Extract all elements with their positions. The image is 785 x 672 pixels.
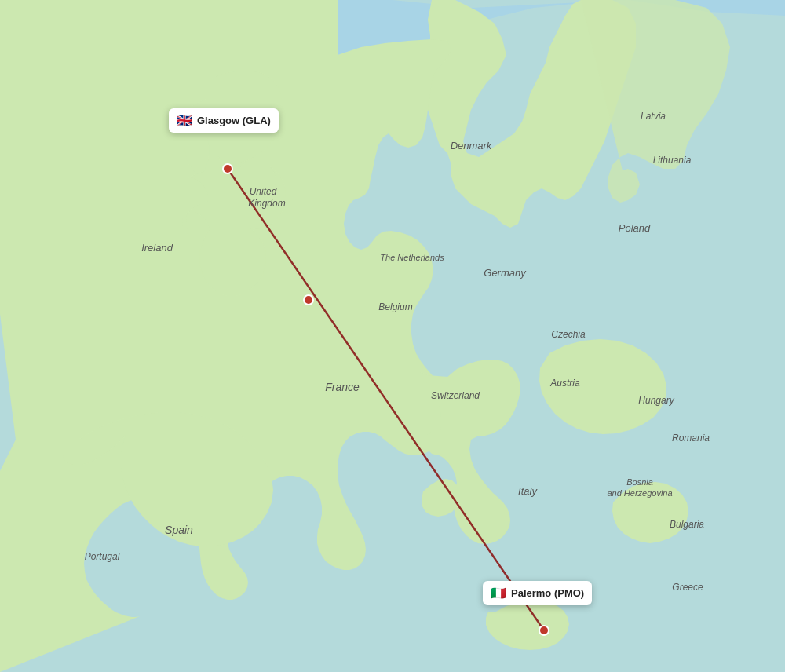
country-label-uk2: Kingdom <box>248 198 285 209</box>
country-label-bosnia1: Bosnia <box>626 477 653 487</box>
country-label-bosnia2: and Herzegovina <box>607 488 672 498</box>
country-label-bulgaria: Bulgaria <box>670 519 704 530</box>
map-svg: Ireland United Kingdom Denmark Latvia Li… <box>0 0 785 672</box>
glasgow-airport-dot <box>223 164 232 173</box>
country-label-ireland: Ireland <box>141 242 173 254</box>
country-label-uk1: United <box>250 186 277 197</box>
country-label-italy: Italy <box>518 485 538 497</box>
country-label-switzerland: Switzerland <box>431 390 480 401</box>
country-label-austria: Austria <box>550 378 580 389</box>
country-label-hungary: Hungary <box>638 395 674 406</box>
country-label-spain: Spain <box>165 524 193 536</box>
country-label-czechia: Czechia <box>551 329 586 340</box>
country-label-greece: Greece <box>672 582 703 593</box>
country-label-denmark: Denmark <box>451 140 493 152</box>
country-label-romania: Romania <box>672 433 710 444</box>
route-midpoint-dot <box>304 295 313 305</box>
country-label-poland: Poland <box>619 222 651 234</box>
country-label-france: France <box>325 381 360 393</box>
map-container: Ireland United Kingdom Denmark Latvia Li… <box>0 0 785 672</box>
country-label-belgium: Belgium <box>378 301 412 312</box>
country-label-netherlands: The Netherlands <box>380 253 444 262</box>
country-label-germany: Germany <box>484 267 527 279</box>
palermo-airport-dot <box>539 626 549 635</box>
country-label-lithuania: Lithuania <box>653 155 692 166</box>
country-label-portugal: Portugal <box>85 551 120 562</box>
country-label-latvia: Latvia <box>641 111 666 122</box>
